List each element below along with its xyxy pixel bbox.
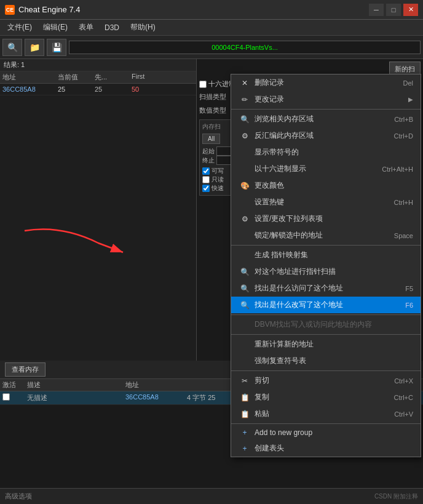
maximize-button[interactable]: □: [386, 4, 401, 16]
writable-checkbox[interactable]: [202, 167, 210, 175]
ctx-dbvm: DBVM找出写入或访问此地址的内容: [231, 316, 421, 333]
context-menu: ✕ 删除记录 Del ✏ 更改记录 ▶ 🔍 浏览相关内存区域 Ctrl+B ⚙ …: [231, 74, 421, 457]
ctx-what-accessed-label: 找出是什么访问了这个地址: [255, 283, 398, 294]
table-row[interactable]: 36CC85A8 25 25 50: [0, 84, 196, 95]
minimize-button[interactable]: ─: [369, 4, 384, 16]
ctx-pointer-scan[interactable]: 🔍 对这个地址进行指针扫描: [231, 263, 421, 280]
ctx-copy-shortcut: Ctrl+C: [394, 394, 413, 401]
tool-button-2[interactable]: 📁: [25, 39, 44, 56]
cut-icon: ✂: [239, 377, 251, 385]
wrote-icon: 🔍: [239, 301, 251, 310]
ctx-set-hotkey[interactable]: 设置热键 Ctrl+H: [231, 194, 421, 210]
view-memory-button[interactable]: 查看内存: [5, 362, 45, 377]
col-active: 激活: [0, 380, 25, 390]
ctx-delete[interactable]: ✕ 删除记录 Del: [231, 74, 421, 91]
ctx-delete-shortcut: Del: [403, 79, 413, 87]
arrow-area: [12, 218, 196, 270]
menu-help[interactable]: 帮助(H): [125, 20, 160, 34]
ctx-change-color[interactable]: 🎨 更改颜色: [231, 177, 421, 194]
copy-icon: 📋: [239, 393, 251, 402]
left-panel: 结果: 1 地址 当前值 先... First 36CC85A8 25 25 5…: [0, 59, 197, 361]
title-bar-controls: ─ □ ✕: [369, 4, 418, 16]
ctx-pointer-scan-label: 对这个地址进行指针扫描: [255, 266, 413, 277]
ctx-show-hex[interactable]: 以十六进制显示 Ctrl+Alt+H: [231, 161, 421, 177]
ctx-force-sym-label: 强制复查符号表: [255, 356, 413, 366]
close-button[interactable]: ✕: [403, 4, 418, 16]
ctx-create-header-label: 创建表头: [255, 443, 413, 454]
ctx-recalc-label: 重新计算新的地址: [255, 339, 413, 350]
ctx-show-symbol-label: 显示带符号的: [255, 147, 413, 158]
ctx-what-wrote[interactable]: 🔍 找出是什么改写了这个地址 F6: [231, 297, 421, 313]
title-bar-text: Cheat Engine 7.4: [18, 5, 369, 14]
status-text[interactable]: 高级选项: [5, 492, 32, 501]
ctx-force-symbols[interactable]: 强制复查符号表: [231, 353, 421, 369]
ctx-access-shortcut: F5: [405, 285, 413, 292]
scan-type-label: 扫描类型: [199, 92, 230, 102]
tool-button-3[interactable]: 💾: [47, 39, 66, 56]
hex-checkbox[interactable]: [199, 81, 207, 88]
ctx-browse-shortcut: Ctrl+B: [394, 116, 413, 123]
ctx-browse-memory[interactable]: 🔍 浏览相关内存区域 Ctrl+B: [231, 111, 421, 127]
ctx-change-record[interactable]: ✏ 更改记录 ▶: [231, 91, 421, 108]
menu-edit[interactable]: 编辑(E): [38, 20, 73, 34]
start-label: 起始: [202, 147, 215, 156]
tool-button-1[interactable]: 🔍: [2, 39, 22, 56]
create-header-icon: +: [239, 444, 251, 453]
results-count: 结果: 1: [0, 59, 196, 71]
readonly-checkbox[interactable]: [202, 176, 210, 183]
ctx-gen-pointer-map[interactable]: 生成 指针映射集: [231, 247, 421, 263]
ctx-hotkey-label: 设置热键: [255, 197, 387, 207]
ctx-create-header[interactable]: + 创建表头: [231, 440, 421, 457]
readonly-label: 只读: [212, 175, 224, 184]
status-bar: 高级选项 CSDN 附加注释: [0, 488, 423, 504]
ctx-separator-5: [231, 370, 421, 371]
ctx-set-dropdown[interactable]: ⚙ 设置/更改下拉列表项: [231, 210, 421, 227]
value-type-label: 数值类型: [199, 106, 230, 115]
menu-bar: 文件(E) 编辑(E) 表单 D3D 帮助(H): [0, 20, 423, 36]
app-icon: CE: [5, 5, 15, 15]
ctx-show-hex-shortcut: Ctrl+Alt+H: [382, 166, 413, 173]
edit-icon: ✏: [239, 95, 251, 104]
all-button[interactable]: All: [202, 134, 220, 144]
ctx-lock-label: 锁定/解锁选中的地址: [255, 230, 387, 241]
col-addr: 地址: [123, 380, 184, 390]
menu-d3d[interactable]: D3D: [100, 22, 124, 34]
status-right: CSDN 附加注释: [374, 492, 418, 501]
ctx-separator-4: [231, 334, 421, 335]
ctx-copy[interactable]: 📋 复制 Ctrl+C: [231, 389, 421, 406]
active-checkbox[interactable]: [2, 393, 10, 401]
ctx-disasm-shortcut: Ctrl+D: [394, 132, 413, 140]
ctx-show-symbol[interactable]: 显示带符号的: [231, 144, 421, 161]
toolbar: 🔍 📁 💾: [0, 36, 423, 59]
ctx-separator-1: [231, 109, 421, 110]
browse-icon: 🔍: [239, 115, 251, 124]
fast-label: 快速: [212, 184, 224, 193]
cell-current: 25: [55, 86, 92, 93]
process-address-bar[interactable]: [69, 41, 421, 54]
ctx-cut[interactable]: ✂ 剪切 Ctrl+X: [231, 372, 421, 389]
menu-table[interactable]: 表单: [74, 20, 98, 34]
cell-address: 36CC85A8: [0, 86, 55, 93]
active-cell: [0, 393, 25, 402]
col-header-current: 当前值: [55, 73, 92, 82]
ctx-separator-6: [231, 423, 421, 424]
col-header-first: First: [129, 73, 166, 82]
ctx-what-accessed[interactable]: 🔍 找出是什么访问了这个地址 F5: [231, 280, 421, 297]
ctx-paste[interactable]: 📋 粘贴 Ctrl+V: [231, 406, 421, 422]
ctx-add-group[interactable]: + Add to new group: [231, 425, 421, 440]
access-icon: 🔍: [239, 284, 251, 293]
color-icon: 🎨: [239, 182, 251, 190]
end-label: 终止: [202, 156, 215, 165]
ctx-lock-addr[interactable]: 锁定/解锁选中的地址 Space: [231, 227, 421, 244]
title-bar: CE Cheat Engine 7.4 ─ □ ✕: [0, 0, 423, 20]
ctx-browse-label: 浏览相关内存区域: [255, 114, 387, 124]
ctx-disasm-label: 反汇编此内存区域: [255, 130, 387, 141]
ctx-disasm[interactable]: ⚙ 反汇编此内存区域 Ctrl+D: [231, 127, 421, 144]
ctx-delete-label: 删除记录: [255, 78, 395, 88]
ctx-gen-pointer-map-label: 生成 指针映射集: [255, 250, 413, 260]
menu-file[interactable]: 文件(E): [2, 20, 37, 34]
ctx-add-group-label: Add to new group: [255, 428, 413, 437]
ctx-recalc-addr[interactable]: 重新计算新的地址: [231, 336, 421, 353]
fast-checkbox[interactable]: [202, 185, 210, 192]
paste-icon: 📋: [239, 410, 251, 418]
